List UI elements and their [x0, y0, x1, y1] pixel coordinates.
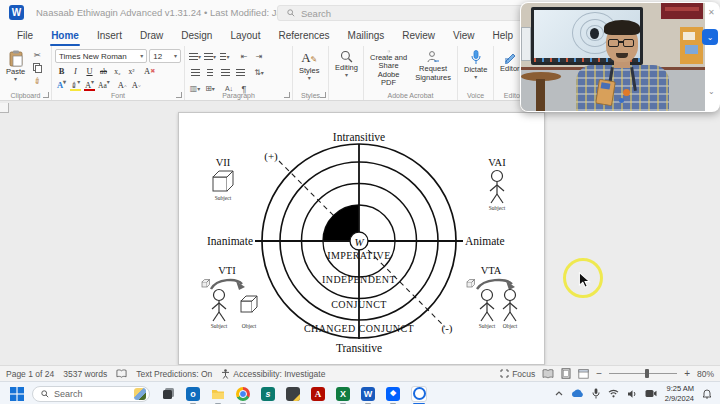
align-left-button[interactable] [188, 66, 202, 79]
align-center-button[interactable] [203, 66, 217, 79]
highlight-button[interactable]: ✐▾ [69, 80, 82, 91]
webcam-overlay[interactable]: ✕ ⌄ ⌄ [520, 2, 720, 112]
tab-view[interactable]: View [444, 26, 484, 46]
webcam-collapse-button[interactable]: ⌄ [702, 29, 718, 45]
subscript-button[interactable]: x₂ [111, 66, 124, 77]
zoom-slider-thumb[interactable] [645, 369, 649, 378]
focus-button[interactable]: Focus [500, 369, 535, 379]
clear-formatting-button[interactable]: A✖ [143, 66, 156, 77]
wifi-icon[interactable] [608, 389, 619, 398]
chrome-center [239, 390, 247, 398]
change-case-button[interactable]: Aa▾ [97, 80, 111, 91]
font-size-combobox[interactable]: 12▾ [149, 49, 181, 63]
dictate-button[interactable]: Dictate ▾ [461, 49, 490, 89]
tab-home[interactable]: Home [42, 26, 88, 46]
increase-indent-button[interactable]: ⇥ [252, 50, 266, 63]
multilevel-list-button[interactable]: ▾ [218, 50, 232, 63]
tab-insert[interactable]: Insert [88, 26, 131, 46]
camera-tray-icon[interactable] [645, 389, 657, 398]
tab-review[interactable]: Review [393, 26, 444, 46]
cut-button[interactable]: ✂ [30, 49, 44, 61]
vti-subject-label: Subject [211, 323, 228, 329]
recorder-icon[interactable] [411, 386, 427, 402]
zoom-level[interactable]: 80% [697, 369, 714, 379]
taskbar-clock[interactable]: 9:25 AM 2/9/2024 [665, 384, 694, 403]
grow-font-button[interactable]: A˄ [116, 80, 129, 91]
file-explorer-icon[interactable] [211, 387, 225, 401]
word-count[interactable]: 3537 words [63, 369, 107, 379]
acrobat-icon[interactable]: A [311, 387, 325, 401]
shrink-font-button[interactable]: A˅ [130, 80, 143, 91]
word-icon[interactable]: W [361, 387, 375, 401]
start-icon[interactable] [10, 387, 24, 401]
editor-button[interactable]: Editor [497, 49, 523, 89]
excel-icon[interactable]: X [336, 387, 350, 401]
glasses-right-lens [623, 39, 634, 47]
document-canvas[interactable]: W Intransitive Transitive Inanimate Anim… [0, 101, 720, 365]
speaker-icon[interactable] [627, 389, 637, 399]
accessibility-status[interactable]: Accessibility: Investigate [221, 369, 325, 379]
web-layout-icon[interactable] [578, 369, 589, 379]
tab-design[interactable]: Design [172, 26, 221, 46]
axis-label-inanimate: Inanimate [207, 235, 253, 247]
bullets-button[interactable]: ▾ [188, 50, 202, 63]
tab-references[interactable]: References [269, 26, 338, 46]
bold-button[interactable]: B [55, 66, 68, 77]
copy-button[interactable] [30, 62, 44, 74]
word-app-icon[interactable]: W [9, 5, 24, 20]
sticky-notes-icon[interactable] [286, 387, 300, 401]
mic-tray-icon[interactable] [592, 388, 600, 399]
zoom-in-icon[interactable]: + [684, 368, 690, 379]
paste-button[interactable]: Paste ▾ [3, 49, 28, 89]
editing-button[interactable]: Editing ▾ [332, 49, 361, 89]
task-view-icon[interactable] [161, 387, 175, 401]
document-page[interactable]: W Intransitive Transitive Inanimate Anim… [178, 112, 545, 365]
justify-button[interactable] [233, 66, 247, 79]
tab-mailings[interactable]: Mailings [339, 26, 394, 46]
font-name-combobox[interactable]: Times New Roman▾ [55, 49, 147, 63]
decrease-indent-button[interactable]: ⇤ [237, 50, 251, 63]
proofing-icon[interactable] [116, 369, 127, 379]
create-pdf-button[interactable]: Create and Share Adobe PDF [367, 49, 410, 89]
text-predictions[interactable]: Text Predictions: On [136, 369, 212, 379]
font-dialog-launcher[interactable] [176, 92, 182, 98]
font-color-button[interactable]: A▾ [83, 80, 96, 91]
text-effects-button[interactable]: A▾ [55, 80, 68, 91]
read-mode-icon[interactable] [542, 369, 554, 379]
line-spacing-button[interactable]: ⇅▾ [252, 66, 266, 79]
font-name-value: Times New Roman [59, 52, 127, 61]
onedrive-icon[interactable] [571, 389, 584, 398]
italic-button[interactable]: I [69, 66, 82, 77]
format-painter-button[interactable]: ✐ [30, 75, 44, 87]
numbering-button[interactable]: ▾ [203, 50, 217, 63]
tab-draw[interactable]: Draw [131, 26, 172, 46]
webcam-close-icon[interactable]: ✕ [708, 9, 715, 17]
ribbon-search-box[interactable]: Search [277, 5, 523, 21]
chrome-icon[interactable] [236, 387, 250, 401]
page-indicator[interactable]: Page 1 of 24 [6, 369, 54, 379]
underline-button[interactable]: U [83, 66, 96, 77]
tab-help[interactable]: Help [484, 26, 523, 46]
print-layout-icon[interactable] [561, 368, 571, 379]
strikethrough-button[interactable]: ab [97, 66, 110, 77]
superscript-button[interactable]: x² [125, 66, 138, 77]
styles-dialog-launcher[interactable] [320, 92, 326, 98]
dictate-chevron-icon: ▾ [474, 75, 477, 79]
editor-label: Editor [500, 65, 520, 74]
app-green-icon[interactable]: s [261, 387, 275, 401]
tray-chevron-icon[interactable] [555, 391, 563, 396]
taskbar-search-box[interactable]: Search [32, 386, 150, 402]
tab-layout[interactable]: Layout [221, 26, 269, 46]
styles-button[interactable]: A✎ Styles ▾ [296, 49, 322, 89]
webcam-more-chevron-icon[interactable]: ⌄ [708, 87, 715, 96]
zoom-slider[interactable] [609, 373, 677, 374]
zoom-out-icon[interactable]: − [596, 368, 602, 379]
clipboard-dialog-launcher[interactable] [43, 92, 49, 98]
paragraph-dialog-launcher[interactable] [284, 92, 290, 98]
notification-icon[interactable] [702, 388, 712, 399]
dropbox-icon[interactable]: ❖ [386, 387, 400, 401]
request-signatures-button[interactable]: Request Signatures [412, 49, 454, 89]
tab-file[interactable]: File [8, 26, 42, 46]
outlook-icon[interactable]: o [186, 387, 200, 401]
align-right-button[interactable] [218, 66, 232, 79]
